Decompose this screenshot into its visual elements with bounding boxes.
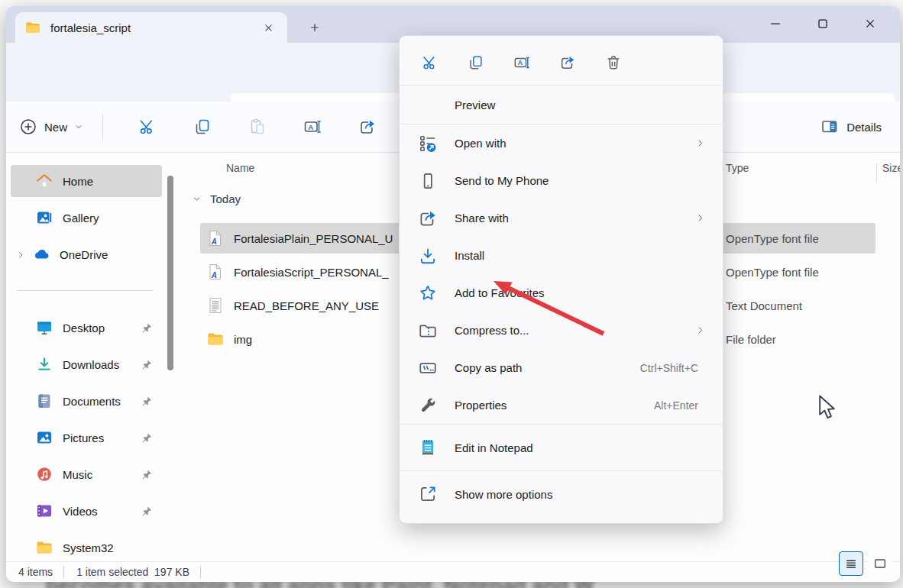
- compress-icon: [418, 321, 438, 341]
- tab-close-button[interactable]: [258, 18, 278, 37]
- column-header-name[interactable]: Name: [226, 162, 254, 174]
- folder-icon: [35, 538, 53, 557]
- copy-button[interactable]: [187, 111, 218, 142]
- rename-icon: [303, 118, 322, 136]
- share-icon: [559, 54, 576, 71]
- minimize-button[interactable]: [752, 9, 799, 38]
- cut-button[interactable]: [410, 46, 450, 79]
- menu-item-shortcut: Alt+Enter: [654, 399, 698, 412]
- expand-chevron-icon[interactable]: [11, 247, 31, 261]
- cut-icon: [422, 54, 439, 71]
- pin-icon: [140, 505, 153, 518]
- delete-button[interactable]: [594, 46, 633, 79]
- sidebar-item-pictures[interactable]: Pictures: [11, 422, 162, 454]
- rename-button[interactable]: [297, 111, 328, 142]
- menu-item-properties[interactable]: Properties Alt+Enter: [400, 386, 723, 424]
- pictures-icon: [35, 428, 53, 447]
- copy-icon: [193, 118, 212, 136]
- pin-icon: [140, 321, 153, 334]
- file-name: img: [234, 333, 252, 346]
- maximize-button[interactable]: [799, 9, 846, 38]
- share-icon: [358, 118, 377, 136]
- details-view-button[interactable]: [839, 551, 863, 576]
- context-menu: Preview Open with Send to My Phone Share…: [399, 35, 723, 524]
- menu-item-send-to-phone[interactable]: Send to My Phone: [400, 162, 723, 199]
- share-button[interactable]: [352, 111, 383, 142]
- file-type: Text Document: [726, 299, 802, 312]
- sidebar-item-gallery[interactable]: Gallery: [11, 202, 162, 234]
- items-count: 4 items: [18, 566, 53, 578]
- icons-view-icon: [872, 556, 888, 571]
- details-pane-icon: [820, 118, 839, 136]
- share-button[interactable]: [548, 46, 587, 79]
- menu-item-label: Open with: [455, 137, 694, 150]
- sidebar-item-label: Home: [63, 175, 162, 188]
- gallery-icon: [35, 208, 53, 227]
- copy-button[interactable]: [456, 46, 496, 79]
- menu-item-edit-in-notepad[interactable]: Edit in Notepad: [400, 425, 723, 470]
- notepad-icon: [418, 438, 438, 457]
- chevron-down-icon: [73, 121, 84, 132]
- sidebar-item-music[interactable]: Music: [11, 458, 162, 490]
- selection-count: 1 item selected: [76, 566, 148, 578]
- menu-item-copy-as-path[interactable]: Copy as path Ctrl+Shift+C: [400, 349, 723, 386]
- sidebar-scrollbar[interactable]: [167, 176, 173, 370]
- sidebar-item-downloads[interactable]: Downloads: [11, 348, 162, 380]
- chevron-down-icon: [191, 193, 202, 205]
- new-button[interactable]: New: [20, 118, 84, 135]
- explorer-tab[interactable]: fortalesia_script: [15, 12, 287, 43]
- menu-item-install[interactable]: Install: [400, 237, 723, 274]
- group-header-today[interactable]: Today: [191, 192, 241, 205]
- new-tab-button[interactable]: [303, 15, 327, 40]
- close-button[interactable]: [846, 9, 894, 38]
- sidebar-item-desktop[interactable]: Desktop: [11, 312, 162, 344]
- sidebar-item-documents[interactable]: Documents: [11, 385, 162, 417]
- show-more-icon: [418, 484, 438, 504]
- menu-item-share-with[interactable]: Share with: [400, 199, 723, 237]
- column-header-type[interactable]: Type: [726, 162, 749, 174]
- large-icons-view-button[interactable]: [868, 551, 892, 576]
- sidebar-item-videos[interactable]: Videos: [11, 495, 162, 527]
- downloads-icon: [35, 355, 53, 373]
- desktop-icon: [35, 318, 53, 337]
- cut-button[interactable]: [132, 111, 163, 142]
- menu-item-label: Share with: [455, 212, 694, 225]
- sidebar-item-label: Pictures: [63, 431, 140, 444]
- paste-icon: [248, 118, 267, 136]
- menu-item-preview[interactable]: Preview: [400, 86, 723, 124]
- menu-item-show-more-options[interactable]: Show more options: [400, 471, 723, 517]
- install-icon: [418, 246, 438, 266]
- sidebar-item-label: System32: [63, 541, 162, 554]
- sidebar-item-label: Gallery: [63, 212, 162, 225]
- submenu-chevron-icon: [694, 137, 706, 149]
- menu-item-label: Properties: [455, 399, 654, 412]
- sidebar-item-label: Documents: [63, 395, 140, 408]
- file-name: FortalesiaPlain_PERSONAL_U: [234, 232, 393, 245]
- paste-button[interactable]: [242, 111, 273, 142]
- column-header-size[interactable]: Size: [882, 162, 900, 174]
- sidebar-item-label: OneDrive: [60, 248, 162, 261]
- menu-item-open-with[interactable]: Open with: [400, 124, 723, 162]
- menu-item-label: Compress to...: [455, 324, 694, 337]
- submenu-chevron-icon: [694, 212, 706, 224]
- close-icon: [863, 16, 878, 31]
- column-divider[interactable]: [876, 163, 877, 182]
- sidebar-item-home[interactable]: Home: [11, 165, 162, 197]
- star-icon: [418, 283, 438, 303]
- pin-icon: [140, 358, 153, 371]
- share-icon: [418, 208, 438, 228]
- selection-size: 197 KB: [154, 566, 189, 578]
- copy-as-path-icon: [418, 358, 438, 378]
- sidebar-item-system32[interactable]: System32: [11, 531, 162, 564]
- sidebar-item-onedrive[interactable]: OneDrive: [11, 238, 162, 270]
- menu-item-label: Preview: [455, 99, 709, 111]
- details-toggle-button[interactable]: Details: [820, 102, 882, 152]
- menu-item-add-to-favourites[interactable]: Add to Favourites: [400, 274, 723, 312]
- wrench-icon: [418, 396, 438, 415]
- rename-button[interactable]: [502, 46, 542, 79]
- font-file-icon: [206, 229, 225, 247]
- menu-item-compress-to[interactable]: Compress to...: [400, 312, 723, 349]
- quick-actions-row: [400, 40, 723, 85]
- sidebar-item-label: Music: [63, 468, 140, 481]
- window-controls: [752, 9, 894, 38]
